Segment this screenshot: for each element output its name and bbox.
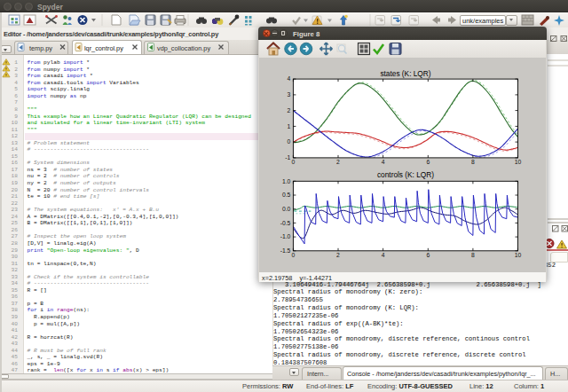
svg-text:6: 6 — [426, 252, 430, 258]
svg-text:6: 6 — [426, 159, 430, 165]
svg-text:4: 4 — [288, 75, 291, 82]
svg-text:8: 8 — [471, 159, 475, 165]
svg-text:10: 10 — [515, 159, 522, 165]
svg-text:states (K: LQR): states (K: LQR) — [380, 69, 430, 78]
svg-text:4: 4 — [382, 252, 385, 258]
svg-text:-1.5: -1.5 — [280, 247, 291, 254]
svg-text:controls (K: LQR): controls (K: LQR) — [377, 170, 434, 179]
svg-text:0.0: 0.0 — [282, 206, 291, 212]
svg-text:1: 1 — [288, 123, 291, 129]
svg-text:0: 0 — [288, 138, 291, 145]
svg-text:8: 8 — [471, 252, 475, 258]
svg-text:2: 2 — [288, 107, 291, 114]
svg-text:-1: -1 — [285, 154, 290, 161]
svg-text:2: 2 — [336, 159, 340, 165]
svg-text:1.0: 1.0 — [282, 178, 291, 184]
svg-text:3: 3 — [288, 91, 291, 98]
svg-text:-0.5: -0.5 — [280, 220, 291, 226]
svg-text:-1.0: -1.0 — [280, 233, 291, 239]
svg-text:0.5: 0.5 — [282, 192, 291, 198]
svg-text:0: 0 — [292, 252, 296, 258]
svg-text:0: 0 — [292, 159, 296, 165]
svg-text:4: 4 — [382, 159, 385, 165]
svg-text:2: 2 — [336, 252, 340, 258]
svg-text:10: 10 — [515, 252, 522, 258]
